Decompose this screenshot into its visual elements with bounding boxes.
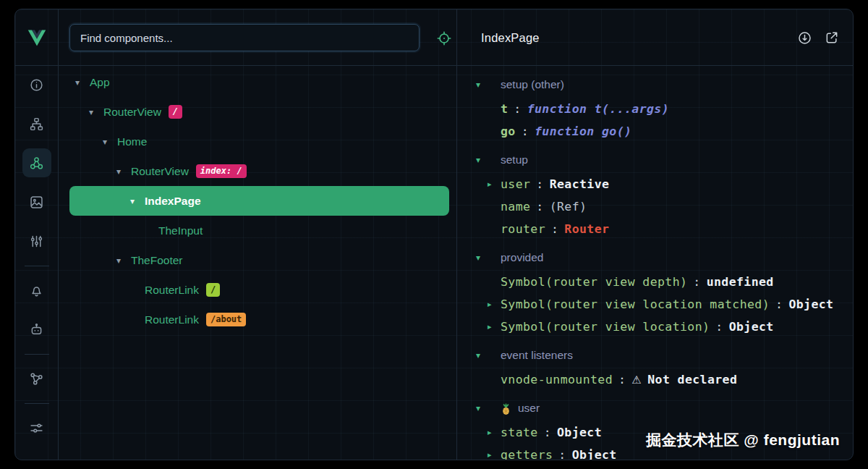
state-row[interactable]: router:Router [457, 218, 853, 240]
pages-icon[interactable] [22, 187, 51, 216]
component-name: RouterView [131, 165, 189, 178]
state-row[interactable]: ▸Symbol(router view location):Object [457, 316, 853, 338]
page-title: IndexPage [481, 31, 540, 45]
tree-item[interactable]: RouterLink/about [69, 305, 449, 334]
section-title: setup (other) [501, 78, 564, 91]
tree-item[interactable]: ▾App [69, 67, 449, 97]
state-key: user [501, 177, 530, 191]
expand-icon[interactable]: ▸ [488, 450, 492, 460]
sidebar-divider [25, 403, 49, 404]
key-value-separator: : [544, 426, 551, 439]
collapse-icon[interactable]: ▾ [476, 350, 480, 360]
top-bar: IndexPage [15, 9, 853, 66]
state-key: Symbol(router view location) [501, 320, 710, 334]
key-value-separator: : [536, 200, 543, 214]
scroll-to-icon[interactable] [795, 28, 814, 47]
state-row[interactable]: Symbol(router view depth):undefined [457, 271, 853, 293]
state-value: Object [729, 320, 774, 334]
key-value-separator: : [715, 320, 723, 334]
settings-sliders-icon[interactable] [22, 413, 51, 442]
state-key: router [501, 222, 545, 236]
key-value-separator: : [775, 297, 783, 311]
sidebar-divider [25, 354, 49, 355]
route-badge: / [169, 105, 182, 118]
key-value-separator: : [522, 124, 529, 138]
state-key: name [501, 200, 530, 214]
key-value-separator: : [693, 275, 700, 289]
state-key: Symbol(router view depth) [501, 275, 687, 289]
state-value: function t(...args) [527, 102, 669, 116]
state-value: Not declared [647, 373, 737, 386]
activity-sidebar [15, 66, 59, 460]
expand-icon[interactable]: ▸ [488, 300, 492, 309]
vue-devtools-window: IndexPage [14, 9, 854, 460]
search-input[interactable] [69, 24, 420, 51]
tree-item[interactable]: ▾Home [69, 127, 449, 156]
state-key: vnode-unmounted [501, 373, 613, 386]
section-header[interactable]: ▾event listeners [457, 342, 853, 368]
state-row[interactable]: go:function go() [457, 120, 853, 143]
state-row[interactable]: ▸user:Reactive [457, 173, 853, 195]
collapse-icon[interactable]: ▾ [476, 80, 480, 90]
tree-item[interactable]: ▾RouterView/ [69, 97, 449, 127]
inspector-header: IndexPage [456, 9, 853, 66]
expand-icon[interactable]: ▸ [488, 322, 492, 331]
state-row[interactable]: t:function t(...args) [457, 98, 853, 120]
component-tree-icon[interactable] [22, 109, 51, 138]
tree-expand-icon[interactable]: ▾ [75, 77, 90, 88]
expand-icon[interactable]: ▸ [488, 179, 492, 189]
section-title: provided [501, 251, 543, 264]
section-header[interactable]: ▾ user [457, 395, 853, 421]
component-name: Home [117, 135, 147, 148]
equalizer-icon[interactable] [22, 227, 51, 255]
info-icon[interactable] [22, 70, 51, 99]
tree-item[interactable]: RouterLink/ [69, 275, 449, 305]
route-badge: /about [206, 313, 246, 326]
sidebar-divider [25, 266, 49, 266]
state-key: getters [501, 448, 553, 460]
state-row[interactable]: name:(Ref) [457, 195, 853, 218]
route-badge: index: / [196, 164, 247, 177]
bell-icon[interactable] [22, 276, 51, 305]
component-name: RouterLink [145, 313, 199, 326]
section-header[interactable]: ▾setup [457, 147, 853, 173]
collapse-icon[interactable]: ▾ [476, 155, 480, 165]
key-value-separator: : [514, 102, 521, 116]
component-name: RouterView [103, 106, 161, 119]
tree-item[interactable]: ▾RouterViewindex: / [69, 156, 449, 186]
state-row[interactable]: ▸Symbol(router view location matched):Ob… [457, 293, 853, 316]
state-value: (Ref) [550, 200, 587, 214]
section-header[interactable]: ▾setup (other) [457, 72, 853, 98]
collapse-icon[interactable]: ▾ [476, 403, 480, 413]
tree-item[interactable]: TheInput [69, 216, 449, 245]
state-value: Object [557, 426, 602, 439]
tree-expand-icon[interactable]: ▾ [130, 196, 145, 206]
state-value: function go() [535, 124, 631, 138]
target-icon[interactable] [435, 29, 454, 48]
expand-icon[interactable]: ▸ [488, 428, 492, 437]
tree-item[interactable]: ▾IndexPage [69, 186, 449, 216]
tree-expand-icon[interactable]: ▾ [116, 255, 131, 266]
tree-item[interactable]: ▾TheFooter [69, 245, 449, 275]
tree-expand-icon[interactable]: ▾ [89, 107, 103, 117]
state-value: Object [572, 448, 617, 460]
component-name: App [90, 76, 110, 89]
state-row[interactable]: vnode-unmounted:⚠Not declared [457, 368, 853, 391]
watermark-text: 掘金技术社区 @ fengjutian [646, 430, 840, 450]
components-icon[interactable] [22, 148, 51, 177]
state-key: go [501, 124, 516, 138]
vue-logo[interactable] [15, 9, 59, 66]
collapse-icon[interactable]: ▾ [476, 253, 480, 263]
component-name: TheInput [158, 224, 203, 237]
tree-expand-icon[interactable]: ▾ [116, 166, 131, 177]
graph-icon[interactable] [22, 364, 51, 393]
key-value-separator: : [558, 448, 566, 460]
pinia-icon [501, 403, 511, 415]
key-value-separator: : [551, 222, 558, 236]
section-header[interactable]: ▾provided [457, 245, 853, 271]
component-name: RouterLink [145, 284, 199, 297]
bot-icon[interactable] [22, 315, 51, 344]
section-title: setup [501, 153, 528, 166]
tree-expand-icon[interactable]: ▾ [103, 137, 117, 147]
open-in-editor-icon[interactable] [822, 28, 841, 47]
